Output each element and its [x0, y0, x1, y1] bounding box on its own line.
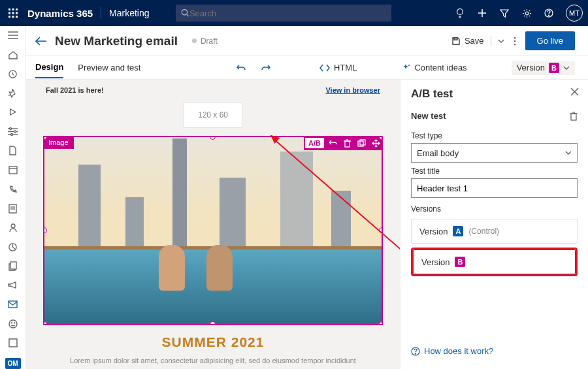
- hamburger-icon[interactable]: [7, 30, 19, 40]
- form-icon[interactable]: [7, 203, 19, 214]
- test-type-label: Test type: [411, 131, 578, 140]
- svg-point-36: [11, 224, 15, 228]
- status-badge: Draft: [192, 37, 218, 46]
- logo-placeholder[interactable]: 120 x 60: [184, 102, 242, 128]
- calendar-icon[interactable]: [7, 165, 19, 175]
- pin-icon[interactable]: [7, 88, 19, 98]
- test-title-input[interactable]: [411, 178, 578, 198]
- test-title-label: Test title: [411, 167, 578, 176]
- person-icon[interactable]: [7, 222, 19, 233]
- resize-handle[interactable]: [379, 321, 383, 325]
- resize-handle[interactable]: [43, 321, 47, 325]
- svg-rect-3: [8, 12, 10, 14]
- svg-point-9: [182, 10, 187, 15]
- search-input[interactable]: [189, 8, 386, 18]
- delete-icon[interactable]: [340, 136, 354, 150]
- tab-design[interactable]: Design: [35, 57, 63, 78]
- chart-icon[interactable]: [7, 242, 19, 252]
- svg-point-17: [525, 12, 529, 15]
- svg-rect-7: [12, 16, 14, 18]
- svg-rect-43: [9, 339, 17, 347]
- megaphone-icon[interactable]: [7, 280, 19, 291]
- version-badge-b: B: [455, 257, 465, 267]
- go-live-button[interactable]: Go live: [525, 31, 575, 50]
- save-button[interactable]: Save: [451, 36, 504, 46]
- svg-point-30: [11, 133, 13, 135]
- top-navbar: Dynamics 365 Marketing MT: [0, 0, 588, 26]
- app-launcher-icon[interactable]: [5, 5, 21, 21]
- help-icon[interactable]: [544, 8, 554, 18]
- version-switcher[interactable]: Version B: [512, 61, 575, 75]
- svg-rect-31: [9, 167, 17, 174]
- chevron-down-icon[interactable]: [498, 39, 504, 43]
- panel-title: A/B test: [411, 88, 578, 101]
- mail-icon[interactable]: [7, 299, 19, 310]
- email-body-text[interactable]: Lorem ipsum dolor sit amet, consectetur …: [43, 355, 383, 369]
- version-word: Version: [421, 257, 449, 267]
- lightbulb-icon[interactable]: [455, 8, 465, 18]
- version-a-row[interactable]: Version A (Control): [412, 219, 577, 243]
- selected-image-block[interactable]: Image A/B: [43, 136, 383, 325]
- content-ideas-label: Content ideas: [414, 63, 466, 72]
- redo-button[interactable]: [261, 63, 271, 72]
- test-type-select[interactable]: Email body: [411, 143, 578, 163]
- play-icon[interactable]: [7, 107, 19, 118]
- module-name[interactable]: Marketing: [109, 8, 149, 18]
- versions-label: Versions: [411, 204, 578, 214]
- block-type-label: Image: [43, 136, 74, 149]
- back-button[interactable]: [35, 37, 47, 46]
- html-button[interactable]: HTML: [319, 63, 357, 72]
- control-label: (Control): [468, 227, 499, 236]
- svg-rect-38: [10, 262, 16, 269]
- segment-icon[interactable]: [7, 338, 19, 348]
- version-badge-a: A: [453, 226, 463, 236]
- view-in-browser-link[interactable]: View in browser: [325, 86, 380, 94]
- user-avatar[interactable]: MT: [566, 5, 583, 22]
- svg-rect-2: [16, 8, 18, 10]
- version-b-highlight: Version B: [411, 248, 578, 276]
- svg-point-11: [457, 9, 463, 15]
- delete-test-button[interactable]: [570, 112, 578, 121]
- html-label: HTML: [334, 63, 357, 72]
- global-search[interactable]: [176, 5, 391, 22]
- recent-icon[interactable]: [7, 69, 19, 79]
- plus-icon[interactable]: [477, 8, 487, 18]
- content-ideas-button[interactable]: Content ideas: [401, 63, 466, 72]
- resize-handle[interactable]: [210, 321, 216, 325]
- resize-handle[interactable]: [379, 136, 383, 140]
- svg-point-63: [415, 353, 416, 354]
- svg-point-42: [14, 323, 14, 323]
- code-icon: [319, 64, 330, 72]
- emoji-icon[interactable]: [7, 319, 19, 329]
- home-icon[interactable]: [7, 49, 19, 59]
- version-b-row[interactable]: Version B: [413, 249, 576, 274]
- ab-test-toggle[interactable]: A/B: [305, 138, 324, 148]
- page-icon[interactable]: [7, 146, 19, 156]
- more-button[interactable]: [514, 37, 516, 46]
- svg-point-41: [11, 323, 12, 323]
- close-panel-button[interactable]: [570, 88, 579, 96]
- email-canvas[interactable]: Fall 2021 is here! View in browser 120 x…: [26, 80, 400, 369]
- phone-icon[interactable]: [7, 184, 19, 195]
- svg-point-48: [514, 43, 515, 45]
- undo-block-icon[interactable]: [325, 136, 340, 150]
- om-badge[interactable]: OM: [5, 358, 21, 368]
- svg-rect-6: [8, 16, 10, 18]
- undo-button[interactable]: [236, 63, 246, 72]
- save-label: Save: [465, 36, 484, 46]
- svg-rect-1: [12, 8, 14, 10]
- svg-rect-50: [345, 141, 350, 147]
- image-content: [44, 137, 382, 324]
- resize-handle[interactable]: [379, 227, 383, 233]
- settings-icon[interactable]: [7, 126, 19, 136]
- svg-point-46: [514, 37, 515, 39]
- email-heading[interactable]: SUMMER 2021: [43, 334, 383, 350]
- pages-icon[interactable]: [7, 261, 19, 271]
- duplicate-icon[interactable]: [354, 136, 368, 150]
- how-does-it-work-link[interactable]: How does it work?: [411, 341, 578, 361]
- filter-icon[interactable]: [499, 8, 510, 18]
- tab-preview[interactable]: Preview and test: [78, 57, 140, 78]
- gear-icon[interactable]: [521, 8, 532, 18]
- svg-marker-16: [500, 10, 508, 17]
- svg-marker-24: [10, 109, 16, 115]
